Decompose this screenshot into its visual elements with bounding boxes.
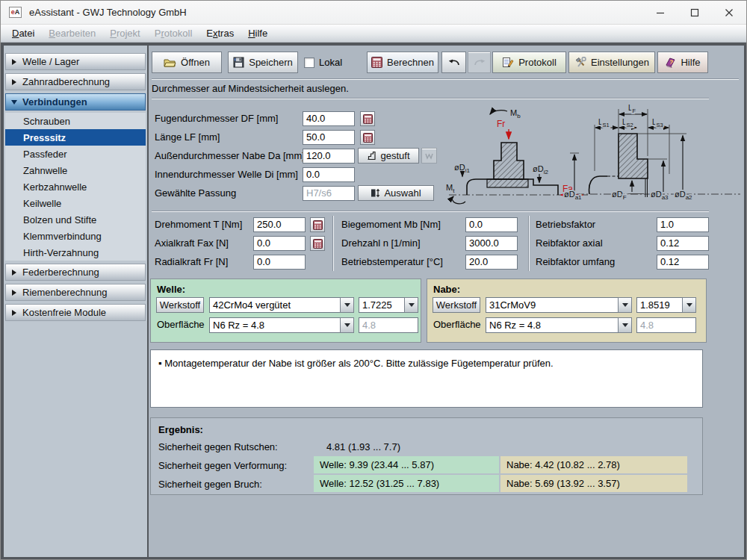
open-folder-icon bbox=[164, 57, 176, 68]
settings-button[interactable]: Einstellungen bbox=[568, 52, 655, 73]
nabe-material-number-combo[interactable]: 1.8519 bbox=[636, 297, 696, 313]
dropdown-button[interactable] bbox=[618, 317, 632, 333]
dropdown-button[interactable] bbox=[682, 297, 696, 313]
dropdown-button[interactable] bbox=[618, 297, 632, 313]
nabe-material-box: Nabe: Werkstoff 31CrMoV9 1.8519 Oberfläc… bbox=[427, 279, 707, 343]
calculate-button[interactable]: Berechnen bbox=[367, 52, 438, 73]
collapsed-arrow-icon bbox=[12, 290, 16, 296]
menu-bearbeiten: Bearbeiten bbox=[43, 26, 101, 40]
menu-hilfe[interactable]: Hilfe bbox=[243, 26, 273, 40]
graph-w-icon bbox=[424, 152, 434, 161]
ls3-dim-label: LS3 bbox=[652, 118, 663, 128]
da2-dim-label: øDa2 bbox=[675, 190, 692, 201]
t-calc-button[interactable] bbox=[310, 217, 325, 232]
sidebar-item-hirth-verzahnung[interactable]: Hirth-Verzahnung bbox=[5, 244, 146, 261]
reibfaktor-axial-input[interactable]: 0.12 bbox=[657, 236, 709, 251]
sidebar-item-federberechnung[interactable]: Federberechnung bbox=[5, 264, 146, 281]
welle-material-combo[interactable]: 42CrMo4 vergütet bbox=[209, 297, 354, 313]
close-button[interactable] bbox=[712, 1, 746, 25]
df-calc-button[interactable] bbox=[360, 111, 375, 126]
welle-title: Welle: bbox=[157, 282, 185, 297]
redo-button bbox=[468, 52, 491, 73]
divider bbox=[152, 211, 709, 212]
sidebar-item-label: Kostenfreie Module bbox=[22, 307, 106, 318]
save-button[interactable]: Speichern bbox=[228, 52, 298, 73]
menu-protokoll: Protokoll bbox=[149, 26, 198, 40]
calculator-icon bbox=[363, 114, 373, 124]
radialkraft-input[interactable]: 0.0 bbox=[253, 255, 306, 270]
lf-dim-label: LF bbox=[628, 104, 636, 114]
radialkraft-label: Radialkraft Fr [N] bbox=[155, 255, 228, 270]
tools-icon bbox=[574, 57, 586, 68]
welle-material-number-combo[interactable]: 1.7225 bbox=[359, 297, 418, 313]
undo-button[interactable] bbox=[441, 52, 466, 73]
protokoll-button[interactable]: Protokoll bbox=[492, 52, 566, 73]
welle-werkstoff-button[interactable]: Werkstoff bbox=[156, 297, 204, 313]
reibfaktor-umfang-input[interactable]: 0.12 bbox=[657, 255, 709, 270]
maximize-button[interactable] bbox=[678, 1, 712, 25]
minimize-button[interactable] bbox=[643, 1, 678, 25]
verformung-nabe-value: Nabe: 4.42 (10.82 ... 2.78) bbox=[500, 456, 687, 473]
axialkraft-input[interactable]: 0.0 bbox=[253, 236, 306, 251]
divider bbox=[332, 216, 334, 271]
menu-datei[interactable]: Datei bbox=[7, 26, 40, 40]
passung-input: H7/s6 bbox=[303, 186, 355, 201]
dropdown-button[interactable] bbox=[404, 297, 418, 313]
sidebar-item-riemenberechnung[interactable]: Riemenberechnung bbox=[5, 284, 146, 301]
verformung-label: Sicherheit gegen Verformung: bbox=[158, 457, 287, 474]
chevron-down-icon bbox=[344, 303, 350, 307]
ls1-dim-label: LS1 bbox=[598, 118, 610, 128]
sidebar-item-welle-lager[interactable]: Welle / Lager bbox=[5, 53, 146, 70]
innendurchmesser-input[interactable]: 0.0 bbox=[303, 167, 355, 182]
help-book-icon: ? bbox=[665, 57, 676, 68]
sidebar-item-zahnwelle[interactable]: Zahnwelle bbox=[5, 162, 146, 178]
sidebar-item-schrauben[interactable]: Schrauben bbox=[5, 113, 146, 129]
chevron-down-icon bbox=[622, 303, 628, 307]
sidebar-item-passfeder[interactable]: Passfeder bbox=[5, 146, 146, 162]
drehmoment-input[interactable]: 250.0 bbox=[253, 217, 306, 232]
betriebstemperatur-input[interactable]: 20.0 bbox=[465, 255, 518, 270]
help-button[interactable]: ? Hilfe bbox=[657, 52, 708, 73]
nabe-material-combo[interactable]: 31CrMoV9 bbox=[486, 297, 632, 313]
lokal-label: Lokal bbox=[319, 55, 342, 70]
sidebar-item-bolzen-und-stifte[interactable]: Bolzen und Stifte bbox=[5, 211, 146, 228]
bruch-welle-value: Welle: 12.52 (31.25 ... 7.83) bbox=[314, 475, 499, 492]
notepad-icon bbox=[502, 57, 514, 68]
welle-oberflaeche-combo[interactable]: N6 Rz = 4.8 bbox=[209, 317, 354, 333]
sidebar-item-klemmverbindung[interactable]: Klemmverbindung bbox=[5, 228, 146, 244]
fax-calc-button[interactable] bbox=[310, 236, 325, 251]
nabe-werkstoff-button[interactable]: Werkstoff bbox=[433, 297, 480, 313]
welle-rz-input: 4.8 bbox=[359, 317, 418, 333]
fugendurchmesser-input[interactable]: 40.0 bbox=[303, 111, 355, 126]
gestuft-button[interactable]: gestuft bbox=[358, 148, 419, 164]
dropdown-button[interactable] bbox=[340, 297, 354, 313]
sidebar-item-presssitz[interactable]: Presssitz bbox=[5, 129, 146, 146]
laenge-input[interactable]: 50.0 bbox=[303, 130, 355, 145]
bruch-label: Sicherheit gegen Bruch: bbox=[158, 476, 262, 493]
sidebar-item-kostenfreie-module[interactable]: Kostenfreie Module bbox=[5, 304, 146, 321]
auswahl-button[interactable]: Auswahl bbox=[358, 185, 434, 201]
sidebar-item-verbindungen[interactable]: Verbindungen bbox=[5, 93, 146, 111]
betriebsfaktor-input[interactable]: 1.0 bbox=[657, 217, 709, 232]
reibfaktor-axial-label: Reibfaktor axial bbox=[536, 236, 603, 251]
redo-icon bbox=[473, 57, 486, 67]
open-button[interactable]: Öffnen bbox=[152, 52, 222, 73]
sidebar-item-label: Federberechnung bbox=[22, 267, 99, 278]
drehzahl-input[interactable]: 3000.0 bbox=[465, 236, 518, 251]
sidebar-item-keilwelle[interactable]: Keilwelle bbox=[5, 195, 146, 211]
collapsed-arrow-icon bbox=[12, 59, 16, 65]
app-icon: eA bbox=[9, 7, 22, 18]
lf-calc-button[interactable] bbox=[360, 130, 375, 145]
nabe-oberflaeche-combo[interactable]: N6 Rz = 4.8 bbox=[486, 317, 632, 333]
sidebar-item-kerbzahnwelle[interactable]: Kerbzahnwelle bbox=[5, 178, 146, 195]
biegemoment-input[interactable]: 0.0 bbox=[465, 217, 518, 232]
verformung-welle-value: Welle: 9.39 (23.44 ... 5.87) bbox=[314, 456, 499, 473]
dropdown-button[interactable] bbox=[340, 317, 354, 333]
lokal-checkbox[interactable] bbox=[304, 57, 314, 68]
betriebstemperatur-label: Betriebstemperatur [°C] bbox=[341, 255, 443, 270]
menu-extras[interactable]: Extras bbox=[201, 26, 239, 40]
close-icon bbox=[725, 8, 734, 17]
mt-label: Mt bbox=[446, 183, 455, 194]
aussendurchmesser-input[interactable]: 120.0 bbox=[303, 149, 355, 164]
sidebar-item-zahnradberechnung[interactable]: Zahnradberechnung bbox=[5, 73, 146, 90]
